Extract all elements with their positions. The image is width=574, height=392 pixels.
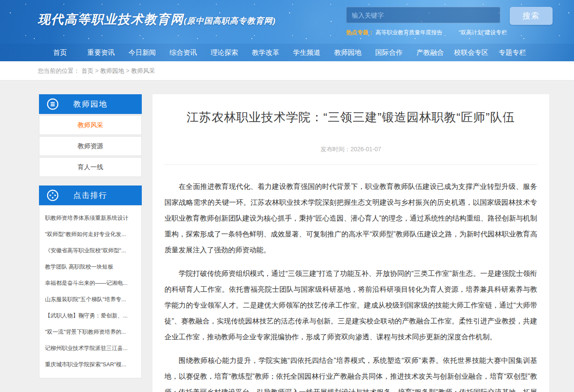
breadcrumb-links: 首页>教师园地>教师风采> (81, 67, 155, 74)
ranking-item[interactable]: 【武职人物】鞠守勇：爱创新、... (45, 308, 136, 324)
hot-topics: 热点专题： 高等职业教育质量年度报告"双高计划"建设专栏 (346, 29, 553, 36)
site-logo[interactable]: 现代高等职业技术教育网(原中国高职高专教育网) (38, 11, 276, 28)
article-paragraph: 学院打破传统师资组织模式，通过“三领三建”打造了功能互补、开放协同的“三类工作室… (164, 266, 537, 345)
nav-item[interactable]: 首页 (39, 44, 81, 61)
sidebar-section-header: 教师园地 (39, 94, 142, 114)
sidebar-section-teacher-garden: 教师园地 教师风采教师资源育人一线 (39, 94, 142, 177)
nav-item[interactable]: 专题专栏 (492, 44, 533, 61)
ranking-item[interactable]: 教学团队 高职院校一块短板 (45, 259, 136, 275)
sidebar-section-title: 教师园地 (39, 94, 142, 114)
ranking-item[interactable]: "双一流"背景下职教师资培养的... (45, 324, 136, 340)
sidebar-section-ranking: 点击排行 职教师资培养体系须重新系统设计"双师型"教师如何走好专业化发...《安… (39, 186, 142, 378)
article-body: 在全面推进教育现代化、着力建设教育强国的时代背景下，职业教育教师队伍建设已成为支… (164, 179, 537, 392)
content-area: 教师园地 教师风采教师资源育人一线 点击排行 职教师资培养体系须重新系统设计"双… (0, 81, 574, 392)
ranking-item[interactable]: 山东服装职院"五个梯队"培养专... (45, 291, 136, 308)
breadcrumb-crumb: 教师风采> (131, 67, 155, 74)
ranking-item[interactable]: 重庆城市职业学院探索"SAR"模... (45, 356, 136, 373)
breadcrumb-label: 您当前的位置： (38, 67, 80, 74)
site-logo-main: 现代高等职业技术教育网 (38, 12, 184, 26)
ranking-list: 职教师资培养体系须重新系统设计"双师型"教师如何走好专业化发...《安徽省高等职… (39, 205, 142, 378)
hot-topic-link[interactable]: 高等职业教育质量年度报告 (376, 29, 442, 36)
nav-item[interactable]: 今日新闻 (122, 44, 163, 61)
nav-item[interactable]: 理论探索 (204, 44, 245, 61)
ranking-item[interactable]: "双师型"教师如何走好专业化发... (45, 226, 136, 242)
site-logo-sub: (原中国高职高专教育网) (184, 16, 276, 25)
breadcrumb-link[interactable]: 教师风采 (131, 67, 155, 74)
breadcrumb-link[interactable]: 首页 (81, 67, 93, 74)
breadcrumb-link[interactable]: 教师园地 (100, 67, 124, 74)
nav-item[interactable]: 综合资讯 (163, 44, 204, 61)
ranking-item[interactable]: 《安徽省高等职业院校"双师型"... (45, 242, 136, 259)
article-paragraph: 在全面推进教育现代化、着力建设教育强国的时代背景下，职业教育教师队伍建设已成为支… (164, 179, 537, 258)
breadcrumb-crumb: 教师园地> (100, 67, 131, 74)
nav-item[interactable]: 教学改革 (245, 44, 286, 61)
ranking-section-title: 点击排行 (39, 186, 142, 205)
nav-item[interactable]: 校联会专区 (451, 44, 492, 61)
breadcrumb-separator: > (126, 67, 129, 74)
nav-item[interactable]: 学生频道 (286, 44, 327, 61)
site-header: 现代高等职业技术教育网(原中国高职高专教育网) 搜索 热点专题： 高等职业教育质… (0, 0, 574, 61)
publish-date: 发布时间：2026-01-07 (164, 146, 537, 165)
article-title: 江苏农林职业技术学院：“三领三建”锻造园林职教“匠师”队伍 (164, 110, 537, 125)
sidebar-item[interactable]: 教师资源 (39, 136, 142, 156)
breadcrumb: 您当前的位置： 首页>教师园地>教师风采> (0, 61, 574, 81)
hot-topics-links: 高等职业教育质量年度报告"双高计划"建设专栏 (376, 29, 523, 36)
search-input[interactable] (346, 7, 500, 23)
sidebar-items: 教师风采教师资源育人一线 (39, 115, 142, 177)
sidebar: 教师园地 教师风采教师资源育人一线 点击排行 职教师资培养体系须重新系统设计"双… (39, 94, 142, 378)
ranking-section-header: 点击排行 (39, 186, 142, 205)
hot-topics-label: 热点专题： (346, 29, 374, 36)
hot-topic-link[interactable]: "双高计划"建设专栏 (459, 29, 507, 36)
nav-item[interactable]: 产教融合 (410, 44, 451, 61)
ranking-item[interactable]: 记柳州职业技术学院派驻三江县... (45, 340, 136, 356)
ranking-item[interactable]: 职教师资培养体系须重新系统设计 (45, 210, 136, 226)
nav-item[interactable]: 重要资讯 (81, 44, 122, 61)
nav-item[interactable]: 教师园地 (327, 44, 368, 61)
breadcrumb-separator: > (95, 67, 99, 74)
breadcrumb-crumb: 首页> (81, 67, 100, 74)
ranking-item[interactable]: 幸福都是奋斗出来的——记湘电... (45, 275, 136, 291)
search-button[interactable]: 搜索 (510, 7, 553, 25)
breadcrumb-bar: 您当前的位置： 首页>教师园地>教师风采> (0, 61, 574, 81)
search-area: 搜索 热点专题： 高等职业教育质量年度报告"双高计划"建设专栏 (346, 7, 553, 36)
sidebar-item[interactable]: 教师风采 (39, 115, 142, 135)
article-paragraph: 围绕教师核心能力提升，学院实施“四依托四结合”培养模式，系统塑造“双师”素养。依… (164, 353, 537, 392)
main-nav: 首页重要资讯今日新闻综合资讯理论探索教学改革学生频道教师园地国际合作产教融合校联… (0, 44, 574, 61)
sidebar-item[interactable]: 育人一线 (39, 157, 142, 177)
article: 江苏农林职业技术学院：“三领三建”锻造园林职教“匠师”队伍 发布时间：2026-… (152, 94, 549, 392)
nav-item[interactable]: 国际合作 (368, 44, 410, 61)
